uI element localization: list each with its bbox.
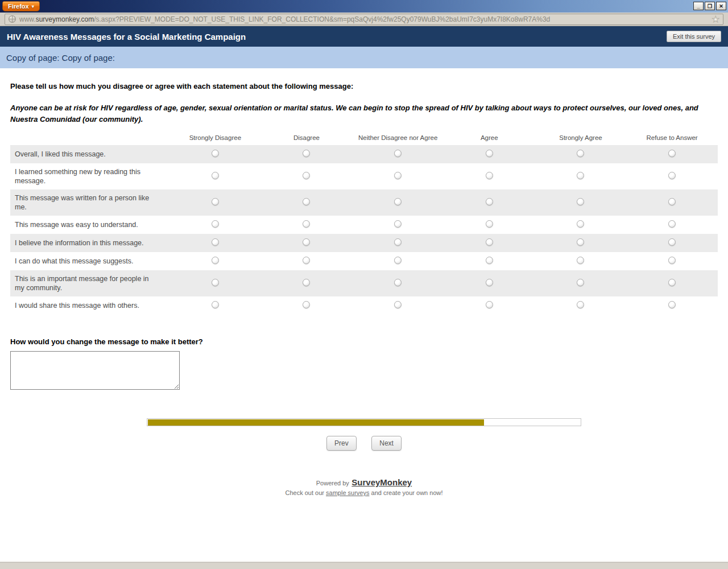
browser-urlbar: www.surveymonkey.com/s.aspx?PREVIEW_MODE… bbox=[0, 13, 728, 26]
matrix-cell bbox=[261, 145, 353, 163]
matrix-cell bbox=[444, 252, 535, 270]
matrix-cell bbox=[535, 252, 627, 270]
matrix-cell bbox=[626, 145, 718, 163]
prev-button[interactable]: Prev bbox=[326, 436, 357, 451]
matrix-cell bbox=[535, 270, 627, 296]
radio-button[interactable] bbox=[577, 238, 584, 246]
matrix-cell bbox=[352, 252, 444, 270]
radio-button[interactable] bbox=[394, 301, 402, 308]
radio-button[interactable] bbox=[668, 301, 676, 308]
radio-button[interactable] bbox=[486, 150, 493, 157]
radio-button[interactable] bbox=[303, 301, 310, 308]
radio-button[interactable] bbox=[486, 172, 493, 179]
radio-button[interactable] bbox=[577, 301, 584, 308]
radio-button[interactable] bbox=[486, 257, 493, 264]
minimize-button[interactable]: _ bbox=[693, 2, 704, 10]
radio-button[interactable] bbox=[486, 301, 493, 308]
radio-button[interactable] bbox=[394, 220, 402, 228]
radio-button[interactable] bbox=[212, 198, 219, 205]
radio-button[interactable] bbox=[577, 257, 584, 264]
radio-button[interactable] bbox=[486, 198, 493, 205]
radio-button[interactable] bbox=[303, 238, 310, 246]
comment-textarea[interactable] bbox=[10, 351, 180, 390]
radio-button[interactable] bbox=[394, 257, 402, 264]
radio-button[interactable] bbox=[577, 220, 584, 228]
firefox-menu-button[interactable]: Firefox ▾ bbox=[2, 1, 40, 11]
matrix-row: I would share this message with others. bbox=[10, 296, 718, 315]
matrix-cell bbox=[169, 234, 261, 252]
radio-button[interactable] bbox=[394, 172, 402, 179]
bookmark-star-icon[interactable]: ★ bbox=[712, 15, 719, 23]
matrix-header-row: Strongly DisagreeDisagreeNeither Disagre… bbox=[10, 134, 718, 145]
radio-button[interactable] bbox=[668, 257, 676, 264]
radio-button[interactable] bbox=[668, 220, 676, 228]
survey-header: HIV Awareness Messages for a Social Mark… bbox=[0, 26, 728, 47]
radio-button[interactable] bbox=[303, 172, 310, 179]
radio-button[interactable] bbox=[577, 279, 584, 286]
matrix-cell bbox=[352, 163, 444, 189]
radio-button[interactable] bbox=[577, 172, 584, 179]
radio-button[interactable] bbox=[303, 198, 310, 205]
matrix-column-header: Agree bbox=[444, 134, 535, 145]
radio-button[interactable] bbox=[668, 150, 676, 157]
radio-button[interactable] bbox=[303, 220, 310, 228]
browser-statusbar bbox=[0, 562, 728, 569]
restore-button[interactable]: ❐ bbox=[705, 2, 715, 10]
radio-button[interactable] bbox=[212, 150, 219, 157]
radio-button[interactable] bbox=[303, 279, 310, 286]
matrix-column-header: Strongly Disagree bbox=[169, 134, 261, 145]
radio-button[interactable] bbox=[668, 279, 676, 286]
radio-button[interactable] bbox=[212, 279, 219, 286]
matrix-row: I learned something new by reading this … bbox=[10, 163, 718, 189]
open-question-label: How would you change the message to make… bbox=[10, 337, 718, 346]
sample-surveys-link[interactable]: sample surveys bbox=[326, 489, 369, 496]
radio-button[interactable] bbox=[394, 198, 402, 205]
firefox-menu-label: Firefox bbox=[8, 3, 29, 10]
radio-button[interactable] bbox=[486, 279, 493, 286]
matrix-cell bbox=[626, 216, 718, 234]
page-title: Copy of page: Copy of page: bbox=[6, 53, 115, 63]
radio-button[interactable] bbox=[212, 257, 219, 264]
radio-button[interactable] bbox=[486, 238, 493, 246]
radio-button[interactable] bbox=[668, 198, 676, 205]
matrix-cell bbox=[169, 216, 261, 234]
matrix-cell bbox=[535, 234, 627, 252]
matrix-cell bbox=[261, 189, 353, 216]
radio-button[interactable] bbox=[394, 150, 402, 157]
radio-button[interactable] bbox=[303, 257, 310, 264]
radio-button[interactable] bbox=[212, 238, 219, 246]
matrix-cell bbox=[169, 163, 261, 189]
radio-button[interactable] bbox=[303, 150, 310, 157]
radio-button[interactable] bbox=[212, 172, 219, 179]
matrix-cell bbox=[261, 252, 353, 270]
matrix-cell bbox=[626, 296, 718, 315]
powered-by-text: Powered by bbox=[316, 480, 349, 486]
exit-survey-button[interactable]: Exit this survey bbox=[667, 31, 721, 42]
matrix-cell bbox=[444, 189, 535, 216]
radio-button[interactable] bbox=[394, 238, 402, 246]
url-domain: surveymonkey.com bbox=[36, 15, 94, 23]
next-button[interactable]: Next bbox=[371, 436, 402, 451]
matrix-cell bbox=[535, 189, 627, 216]
nav-buttons: Prev Next bbox=[10, 436, 718, 451]
radio-button[interactable] bbox=[577, 150, 584, 157]
matrix-row: I believe the information in this messag… bbox=[10, 234, 718, 252]
radio-button[interactable] bbox=[212, 220, 219, 228]
radio-button[interactable] bbox=[394, 279, 402, 286]
matrix-cell bbox=[169, 189, 261, 216]
window-controls: _ ❐ ✕ bbox=[693, 2, 726, 10]
address-bar[interactable]: www.surveymonkey.com/s.aspx?PREVIEW_MODE… bbox=[5, 14, 723, 25]
page-title-bar: Copy of page: Copy of page: bbox=[0, 47, 728, 68]
radio-button[interactable] bbox=[212, 301, 219, 308]
chevron-down-icon: ▾ bbox=[32, 4, 34, 9]
radio-button[interactable] bbox=[486, 220, 493, 228]
radio-button[interactable] bbox=[668, 238, 676, 246]
radio-button[interactable] bbox=[668, 172, 676, 179]
matrix-cell bbox=[169, 145, 261, 163]
surveymonkey-link[interactable]: SurveyMonkey bbox=[351, 477, 412, 487]
matrix-column-header: Disagree bbox=[261, 134, 353, 145]
close-button[interactable]: ✕ bbox=[716, 2, 726, 10]
matrix-cell bbox=[626, 234, 718, 252]
radio-button[interactable] bbox=[577, 198, 584, 205]
footer-line2-prefix: Check out our bbox=[286, 489, 324, 496]
